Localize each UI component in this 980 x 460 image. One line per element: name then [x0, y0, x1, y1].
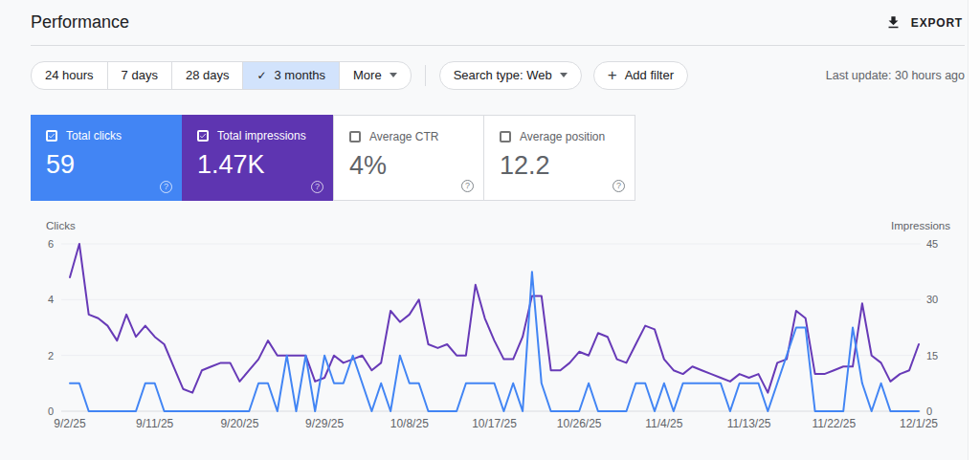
- left-axis-tick: 2: [48, 350, 54, 361]
- help-icon[interactable]: ?: [461, 180, 474, 192]
- date-chip-label: 28 days: [186, 68, 230, 82]
- metric-card-label: Average position: [520, 130, 605, 143]
- date-chip-label: More: [353, 68, 382, 82]
- x-axis-tick: 9/2/25: [54, 417, 86, 430]
- plus-icon: +: [608, 67, 617, 83]
- date-chip-label: 3 months: [275, 68, 325, 82]
- left-axis-tick: 0: [48, 405, 54, 417]
- export-label: EXPORT: [911, 16, 963, 30]
- left-axis-title: Clicks: [46, 220, 76, 231]
- performance-chart: 00215430645ClicksImpressions9/2/259/11/2…: [0, 215, 980, 440]
- add-filter-label: Add filter: [625, 68, 674, 82]
- date-chip-label: 24 hours: [45, 68, 94, 82]
- metric-card-average-position[interactable]: Average position12.2?: [484, 115, 635, 201]
- page-title: Performance: [31, 12, 883, 33]
- date-chip-label: 7 days: [122, 68, 158, 82]
- search-type-label: Search type: Web: [454, 68, 552, 82]
- last-update-text: Last update: 30 hours ago: [826, 69, 965, 82]
- download-icon: [885, 14, 902, 31]
- help-icon[interactable]: ?: [612, 180, 625, 192]
- x-axis-tick: 9/20/25: [220, 417, 258, 430]
- add-filter-chip[interactable]: + Add filter: [593, 61, 688, 90]
- metric-card-value: 1.47K: [197, 150, 318, 180]
- toolbar-divider: [425, 65, 426, 86]
- metric-card-label: Average CTR: [369, 130, 438, 143]
- metric-card-value: 59: [46, 150, 167, 180]
- search-type-chip[interactable]: Search type: Web: [439, 61, 582, 90]
- right-axis-title: Impressions: [891, 220, 950, 231]
- chevron-down-icon: [390, 73, 397, 77]
- date-chip-24-hours[interactable]: 24 hours: [32, 62, 108, 89]
- x-axis-tick: 10/26/25: [557, 417, 602, 430]
- right-axis-tick: 30: [926, 294, 938, 305]
- x-axis-tick: 11/4/25: [645, 417, 682, 430]
- x-axis-tick: 9/29/25: [305, 417, 344, 430]
- right-axis-tick: 0: [926, 405, 932, 417]
- date-chip-more[interactable]: More: [340, 62, 411, 89]
- checkbox-unchecked-icon[interactable]: [349, 131, 361, 142]
- x-axis-tick: 11/13/25: [727, 417, 771, 430]
- x-axis-tick: 10/17/25: [472, 417, 517, 430]
- right-axis-tick: 45: [926, 238, 938, 250]
- metric-card-average-ctr[interactable]: Average CTR4%?: [333, 115, 484, 201]
- filter-toolbar: 24 hours7 days28 days✓3 monthsMore Searc…: [31, 60, 965, 90]
- metric-card-label: Total impressions: [217, 129, 306, 142]
- x-axis-tick: 11/22/25: [812, 417, 856, 430]
- x-axis-tick: 12/1/25: [900, 417, 938, 430]
- checkbox-unchecked-icon[interactable]: [500, 131, 511, 142]
- x-axis-tick: 9/11/25: [136, 417, 173, 430]
- top-bar: Performance EXPORT: [31, 0, 965, 46]
- x-axis-tick: 10/8/25: [390, 417, 429, 430]
- metric-cards-row: Total clicks59?Total impressions1.47K?Av…: [31, 115, 980, 201]
- checkbox-checked-icon[interactable]: [46, 130, 57, 142]
- check-icon: ✓: [256, 69, 266, 82]
- date-chip-3-months[interactable]: ✓3 months: [243, 62, 340, 89]
- date-chip-7-days[interactable]: 7 days: [108, 62, 172, 89]
- chevron-down-icon: [560, 73, 568, 77]
- series-line-impressions: [70, 244, 919, 393]
- export-button[interactable]: EXPORT: [883, 11, 965, 34]
- date-chip-28-days[interactable]: 28 days: [172, 62, 244, 89]
- left-axis-tick: 4: [48, 294, 54, 305]
- help-icon[interactable]: ?: [160, 181, 172, 193]
- metric-card-total-clicks[interactable]: Total clicks59?: [31, 115, 182, 201]
- left-axis-tick: 6: [48, 238, 54, 250]
- metric-card-value: 12.2: [500, 151, 619, 181]
- scrollbar[interactable]: [968, 0, 980, 460]
- help-icon[interactable]: ?: [311, 181, 323, 193]
- date-range-chip-group: 24 hours7 days28 days✓3 monthsMore: [31, 61, 412, 90]
- metric-card-total-impressions[interactable]: Total impressions1.47K?: [182, 115, 333, 201]
- right-axis-tick: 15: [926, 350, 938, 361]
- checkbox-checked-icon[interactable]: [197, 130, 209, 142]
- metric-card-label: Total clicks: [66, 129, 122, 142]
- metric-card-value: 4%: [349, 151, 468, 181]
